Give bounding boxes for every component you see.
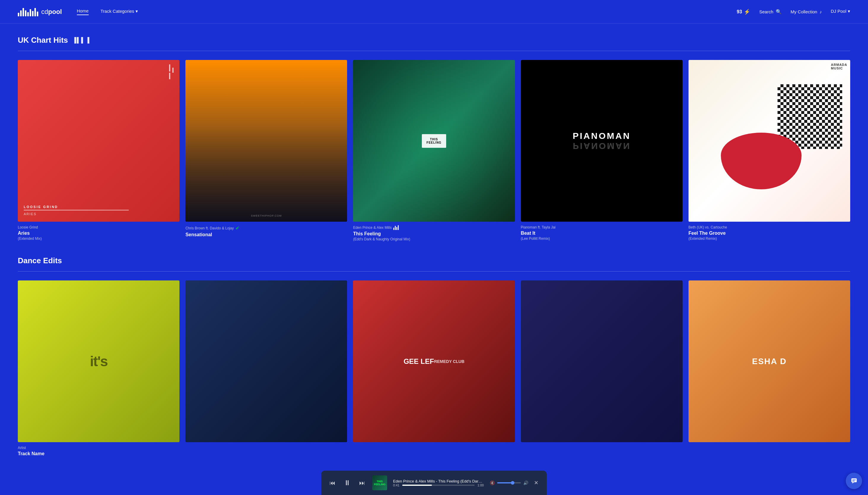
volume-knob	[511, 481, 515, 484]
track-artist: Pianoman ft. Tayla Jai	[521, 225, 682, 229]
playing-bars-icon	[393, 225, 399, 230]
music-note-icon: ♪	[820, 9, 822, 14]
dj-pool-button[interactable]: DJ Pool ▾	[831, 8, 850, 15]
logo-bar	[25, 11, 27, 16]
player-progress-bar[interactable]	[402, 484, 474, 486]
player-right: 🔇 🔊 ✕	[490, 478, 540, 487]
player-current-time: 0:41	[393, 483, 399, 487]
dance-track-4[interactable]	[521, 280, 682, 457]
dance-track-5[interactable]: ESHA D	[689, 280, 850, 457]
track-artwork-this-feeling: THIS FEELING	[353, 60, 515, 222]
track-mix: (Extended Mix)	[18, 237, 179, 241]
track-title: Feel The Groove	[689, 231, 850, 236]
volume-icon[interactable]: 🔊	[523, 480, 528, 485]
dance-track-2[interactable]	[186, 280, 347, 457]
uk-chart-track-grid: LOOSIE GRIND ARIES Loosie Grind Aries (E…	[18, 60, 850, 241]
play-pause-button[interactable]: ⏸	[343, 477, 352, 488]
dance-edits-section-header: Dance Edits	[18, 256, 850, 265]
my-collection-button[interactable]: My Collection ♪	[791, 9, 822, 14]
section-divider	[18, 51, 850, 51]
track-card-sensational[interactable]: SWEETHIPHOP.COM Chris Brown ft. Davido &…	[186, 60, 347, 241]
player-controls-row: ⏮ ⏸ ⏭ THISFEELING Eden Prince & Alex Mil…	[328, 475, 540, 490]
uk-chart-title: UK Chart Hits	[18, 36, 68, 45]
track-artwork-feel-the-groove: ARMADAMUSIC	[689, 60, 850, 222]
dance-artwork-1: it's	[18, 280, 179, 442]
nav-home[interactable]: Home	[77, 8, 89, 15]
dance-artwork-2	[186, 280, 347, 442]
track-mix: (Lee Pollitt Remix)	[521, 237, 682, 241]
player-close-button[interactable]: ✕	[533, 478, 540, 487]
track-title: Beat It	[521, 231, 682, 236]
svg-rect-0	[851, 478, 857, 482]
logo-text: cdpool	[41, 8, 62, 16]
track-artwork-sensational: SWEETHIPHOP.COM	[186, 60, 347, 222]
logo-bar	[37, 12, 38, 16]
equalizer-icon: ▐▌▌▐	[72, 37, 90, 43]
track-title: Sensational	[186, 232, 347, 237]
player-total-time: 1:00	[478, 483, 484, 487]
chat-icon	[851, 477, 857, 484]
logo-icon	[18, 7, 38, 16]
lightning-icon: ⚡	[744, 8, 750, 15]
dance-artwork-3: GEE LEFREMEDY CLUB	[353, 280, 515, 442]
volume-control: 🔇 🔊	[490, 480, 528, 485]
player-progress-fill	[402, 484, 432, 486]
track-card-aries[interactable]: LOOSIE GRIND ARIES Loosie Grind Aries (E…	[18, 60, 179, 241]
track-artist: Loosie Grind	[18, 225, 179, 229]
mute-icon[interactable]: 🔇	[490, 480, 495, 485]
dance-section-divider	[18, 271, 850, 272]
dance-artwork-4	[521, 280, 682, 442]
track-title: This Feeling	[353, 231, 515, 237]
logo-bar	[34, 8, 36, 16]
track-title: Aries	[18, 231, 179, 236]
dance-edits-title: Dance Edits	[18, 256, 62, 265]
player-transport: ⏮ ⏸ ⏭	[328, 477, 366, 488]
player-info: Eden Prince & Alex Mills - This Feeling …	[393, 479, 484, 487]
header-left: cdpool Home Track Categories ▾	[18, 7, 138, 16]
player-artwork: THISFEELING	[372, 475, 387, 490]
header: cdpool Home Track Categories ▾ 93 ⚡ Sear…	[0, 0, 868, 24]
track-artwork-beat-it: PIANOMAN PIANOMAN	[521, 60, 682, 222]
volume-bar[interactable]	[497, 482, 521, 483]
svg-rect-2	[852, 481, 855, 481]
nav-track-categories[interactable]: Track Categories ▾	[101, 8, 138, 15]
track-card-beat-it[interactable]: PIANOMAN PIANOMAN Pianoman ft. Tayla Jai…	[521, 60, 682, 241]
chevron-down-icon: ▾	[136, 8, 138, 14]
track-mix: (Edd's Dark & Naughty Original Mix)	[353, 237, 515, 241]
dance-artwork-5: ESHA D	[689, 280, 850, 442]
dance-title-1: Track Name	[18, 451, 179, 457]
track-artwork-aries: LOOSIE GRIND ARIES	[18, 60, 179, 222]
logo-bar	[32, 11, 34, 16]
dance-track-1[interactable]: it's Artist Track Name	[18, 280, 179, 457]
logo-bar	[22, 8, 24, 16]
logo-bar	[27, 12, 29, 16]
main-content: UK Chart Hits ▐▌▌▐ LOOSIE GRIND ARIES Lo…	[0, 24, 868, 469]
volume-fill	[497, 482, 513, 483]
track-artist: Eden Prince & Alex Mills	[353, 225, 515, 230]
logo[interactable]: cdpool	[18, 7, 62, 16]
dance-edits-section: Dance Edits it's Artist Track Name GEE L…	[18, 256, 850, 457]
track-card-feel-the-groove[interactable]: ARMADAMUSIC Beth (UK) vs. Cartouche Feel…	[689, 60, 850, 241]
player-progress-row: 0:41 1:00	[393, 483, 484, 487]
player: ⏮ ⏸ ⏭ THISFEELING Eden Prince & Alex Mil…	[321, 471, 547, 495]
track-artist: Chris Brown ft. Davido & Lojay ✔	[186, 225, 347, 231]
chevron-down-icon: ▾	[848, 8, 850, 14]
chat-bubble-button[interactable]	[846, 473, 862, 489]
main-nav: Home Track Categories ▾	[77, 8, 138, 15]
logo-bar	[20, 11, 22, 16]
dance-track-grid: it's Artist Track Name GEE LEFREMEDY CLU…	[18, 280, 850, 457]
track-mix: (Extended Remix)	[689, 237, 850, 241]
track-card-this-feeling[interactable]: THIS FEELING Eden Prince & Alex Mills Th…	[353, 60, 515, 241]
dance-track-3[interactable]: GEE LEFREMEDY CLUB	[353, 280, 515, 457]
check-icon: ✔	[236, 225, 239, 231]
notification-badge[interactable]: 93 ⚡	[737, 8, 750, 15]
uk-chart-section-header: UK Chart Hits ▐▌▌▐	[18, 36, 850, 45]
rewind-button[interactable]: ⏮	[328, 478, 337, 488]
logo-bar	[30, 9, 31, 16]
search-button[interactable]: Search 🔍	[759, 9, 782, 15]
search-icon: 🔍	[776, 9, 782, 15]
svg-rect-1	[852, 480, 856, 480]
fast-forward-button[interactable]: ⏭	[358, 478, 366, 488]
dance-artist-1: Artist	[18, 446, 179, 450]
player-track-name: Eden Prince & Alex Mills - This Feeling …	[393, 479, 484, 483]
